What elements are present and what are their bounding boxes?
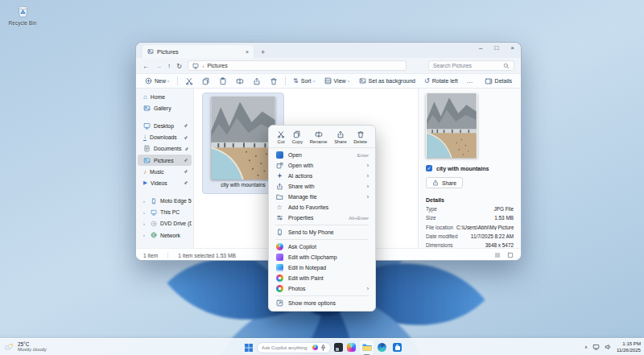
sort-button[interactable]: ⇅ Sort › — [290, 76, 319, 86]
sidebar-item-network[interactable]: › Network — [138, 229, 192, 241]
minimize-button[interactable]: – — [479, 44, 482, 52]
sidebar-label: Moto Edge 50 N — [160, 198, 192, 204]
refresh-button[interactable]: ↻ — [176, 62, 182, 70]
list-view-icon[interactable] — [494, 252, 501, 258]
rename-button[interactable] — [233, 76, 247, 87]
rotate-left-button[interactable]: ↺ Rotate left — [421, 76, 461, 86]
sidebar-item-this-pc[interactable]: › This PC — [138, 207, 192, 218]
share-quick-button[interactable]: Share — [332, 130, 348, 145]
search-input[interactable] — [433, 63, 501, 68]
details-pane-button[interactable]: Details — [481, 76, 515, 87]
selection-summary: 1 item selected 1.53 MB — [167, 253, 236, 258]
expand-chevron-icon[interactable]: › — [143, 210, 147, 215]
menu-item-add-to-favorites[interactable]: ☆ Add to Favorites — [269, 202, 375, 213]
desktop: Recycle Bin Pictures × + – □ × ← → ↑ — [0, 0, 644, 355]
taskbar-store-button[interactable] — [392, 342, 402, 353]
cut-quick-button[interactable]: Cut — [275, 130, 287, 145]
sidebar-item-videos[interactable]: ▶ Videos — [138, 177, 192, 188]
sidebar-item-gallery[interactable]: Gallery — [138, 102, 192, 114]
start-button[interactable] — [243, 342, 254, 353]
weather-condition: Mostly cloudy — [18, 347, 47, 352]
back-button[interactable]: ← — [142, 62, 150, 70]
pane-share-button[interactable]: Share — [426, 177, 463, 188]
volume-tray-icon[interactable] — [605, 344, 612, 350]
pictures-icon — [143, 157, 151, 164]
menu-item-show-more-options[interactable]: Show more options — [269, 298, 375, 308]
close-button[interactable]: × — [510, 44, 514, 52]
menu-item-open[interactable]: Open Enter — [269, 150, 375, 160]
menu-item-properties[interactable]: Properties Alt+Enter — [269, 213, 375, 223]
menu-label: Edit in Notepad — [288, 265, 326, 270]
details-pane: ✓ city with mountains Share Details Type… — [418, 89, 521, 248]
tab-pictures[interactable]: Pictures × — [142, 45, 254, 58]
documents-icon — [143, 145, 151, 152]
menu-item-ai-actions[interactable]: AI actions › — [269, 171, 375, 181]
tab-close-icon[interactable]: × — [246, 49, 249, 55]
menu-item-send-to-phone[interactable]: Send to My Phone — [269, 227, 375, 237]
sidebar-item-pictures[interactable]: Pictures — [138, 155, 192, 166]
sidebar-item-home[interactable]: ⌂ Home — [138, 91, 192, 102]
paste-button[interactable] — [216, 76, 230, 87]
new-label: New — [155, 78, 166, 84]
breadcrumb[interactable]: › Pictures — [188, 60, 407, 71]
menu-item-photos[interactable]: Photos › — [269, 283, 375, 294]
new-button[interactable]: New › — [142, 76, 173, 86]
taskbar-copilot-button[interactable] — [346, 342, 357, 353]
maximize-button[interactable]: □ — [494, 44, 498, 52]
expand-chevron-icon[interactable]: › — [143, 233, 147, 237]
selected-checkbox[interactable]: ✓ — [426, 165, 432, 171]
recycle-bin-shortcut[interactable]: Recycle Bin — [6, 4, 39, 26]
location-icon — [192, 63, 199, 69]
weather-widget[interactable]: 25°C Mostly cloudy — [4, 341, 47, 352]
clock-time: 1:15 PM — [617, 341, 641, 347]
cut-label: Cut — [277, 139, 284, 144]
taskbar-search-input[interactable] — [262, 345, 310, 350]
new-tab-button[interactable]: + — [261, 48, 265, 56]
phone-icon — [151, 198, 157, 204]
menu-item-edit-with-paint[interactable]: Edit with Paint — [269, 273, 375, 283]
view-button[interactable]: View › — [321, 76, 353, 86]
rename-quick-button[interactable]: Rename — [308, 130, 329, 145]
menu-item-edit-with-clipchamp[interactable]: Edit with Clipchamp — [269, 252, 375, 262]
sidebar-item-documents[interactable]: Documents — [138, 143, 192, 155]
taskbar-file-explorer-button[interactable] — [361, 342, 372, 353]
delete-quick-button[interactable]: Delete — [352, 130, 369, 145]
menu-item-manage-file[interactable]: Manage file › — [269, 192, 375, 202]
property-label: Type — [426, 206, 437, 212]
sidebar-item-downloads[interactable]: ↓ Downloads — [138, 132, 192, 143]
tab-title: Pictures — [157, 48, 179, 56]
copilot-icon[interactable] — [312, 345, 318, 350]
thumbnail-view-icon[interactable] — [507, 252, 514, 258]
hidden-icons-chevron[interactable]: ∧ — [584, 345, 588, 349]
forward-button[interactable]: → — [155, 62, 163, 70]
store-icon — [393, 343, 402, 352]
copy-label: Copy — [292, 139, 303, 144]
expand-chevron-icon[interactable]: › — [143, 221, 147, 226]
menu-item-ask-copilot[interactable]: Ask Copilot — [269, 241, 375, 252]
menu-item-open-with[interactable]: Open with › — [269, 160, 375, 171]
expand-chevron-icon[interactable]: › — [143, 199, 147, 204]
menu-item-share-with[interactable]: Share with › — [269, 181, 375, 192]
paint-icon — [275, 275, 283, 282]
set-as-background-button[interactable]: Set as background — [356, 76, 419, 86]
cut-button[interactable] — [182, 76, 196, 87]
task-view-button[interactable] — [333, 342, 344, 353]
context-menu: Cut Copy Rename Share Delete Open Enter — [268, 125, 376, 312]
delete-button[interactable] — [266, 76, 281, 87]
menu-label: Manage file — [288, 194, 317, 200]
more-options-button[interactable]: … — [464, 76, 477, 86]
menu-item-edit-in-notepad[interactable]: Edit in Notepad — [269, 262, 375, 273]
copy-button[interactable] — [199, 76, 213, 87]
taskbar-edge-button[interactable] — [377, 342, 387, 353]
up-button[interactable]: ↑ — [167, 62, 171, 70]
sidebar-item-phone[interactable]: › Moto Edge 50 N — [138, 196, 192, 207]
sidebar-item-dvd-drive[interactable]: › DVD Drive (D:) C — [138, 218, 192, 229]
sidebar-item-music[interactable]: ♪ Music — [138, 166, 192, 177]
sidebar-item-desktop[interactable]: Desktop — [138, 120, 192, 131]
microphone-icon[interactable] — [320, 345, 326, 351]
share-button[interactable] — [250, 76, 264, 87]
network-tray-icon[interactable] — [592, 344, 600, 350]
copy-quick-button[interactable]: Copy — [291, 130, 305, 145]
recycle-bin-icon — [16, 4, 30, 19]
taskbar-clock[interactable]: 1:15 PM 11/26/2025 — [617, 341, 641, 353]
